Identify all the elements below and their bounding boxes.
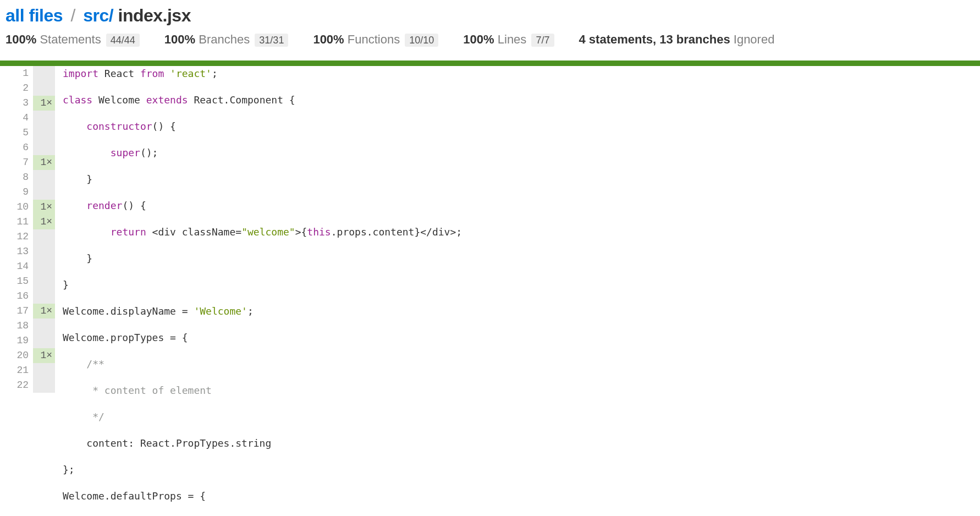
metric-functions: 100% Functions 10/10 [313,31,438,48]
line-hit-count [33,66,55,81]
line-hit-count: 1× [33,200,55,215]
line-number: 9 [5,185,29,200]
metric-pct: 100% [5,32,36,46]
metric-label: Statements [40,32,101,46]
metric-branches: 100% Branches 31/31 [164,31,289,48]
line-hit-count [33,185,55,200]
code-line: } [63,277,462,292]
line-hit-count [33,289,55,304]
line-coverage-col: 1× 1× 1×1× 1× 1× [33,66,55,516]
metric-label: Ignored [734,32,775,46]
line-number: 22 [5,378,29,393]
metric-statements: 100% Statements 44/44 [5,31,140,48]
line-number: 7 [5,155,29,170]
line-number: 17 [5,304,29,319]
line-hit-count: 1× [33,215,55,229]
line-number: 10 [5,200,29,215]
breadcrumb-dir-link[interactable]: src/ [83,6,113,25]
metric-label: Branches [199,32,250,46]
line-number: 15 [5,274,29,289]
code-line: super(); [63,145,462,160]
code-line: return <div className="welcome">{this.pr… [63,224,462,239]
code-line: } [63,251,462,266]
line-number: 4 [5,111,29,125]
line-number: 19 [5,333,29,348]
line-number: 18 [5,319,29,333]
metric-pct: 100% [463,32,494,46]
code-line: render() { [63,198,462,213]
code-line: */ [63,409,462,424]
line-hit-count [33,333,55,348]
line-number: 21 [5,363,29,378]
metric-fraction: 7/7 [531,34,554,47]
metric-pct: 100% [313,32,344,46]
line-number: 2 [5,81,29,96]
line-number: 6 [5,140,29,155]
metric-lines: 100% Lines 7/7 [463,31,554,48]
line-hit-count: 1× [33,155,55,170]
metric-fraction: 10/10 [405,34,438,47]
code-line: class Welcome extends React.Component { [63,92,462,107]
line-number: 16 [5,289,29,304]
code-line: content: React.PropTypes.string [63,436,462,451]
line-number: 5 [5,125,29,140]
metric-fraction: 44/44 [106,34,140,47]
code-line: }; [63,462,462,477]
code-line: } [63,172,462,186]
code-coverage-table: 12345678910111213141516171819202122 1× 1… [5,66,462,516]
line-hit-count: 1× [33,348,55,363]
coverage-report: all files / src/ index.jsx 100% Statemen… [0,0,980,516]
source-code-col: import React from 'react'; class Welcome… [55,66,462,516]
breadcrumb-sep: / [67,6,78,25]
line-hit-count [33,319,55,333]
code-line: /** [63,356,462,371]
source-code: import React from 'react'; class Welcome… [55,66,462,516]
metric-ignored: 4 statements, 13 branches Ignored [579,31,775,48]
line-hit-count: 1× [33,96,55,111]
code-line: * content of element [63,383,462,398]
line-hit-count [33,244,55,259]
line-hit-count [33,259,55,274]
line-number: 1 [5,66,29,81]
line-number: 3 [5,96,29,111]
line-number: 13 [5,244,29,259]
line-number: 14 [5,259,29,274]
code-line: import React from 'react'; [63,66,462,81]
code-line: Welcome.propTypes = { [63,330,462,345]
line-hit-count [33,125,55,140]
breadcrumb: all files / src/ index.jsx [5,6,975,26]
line-numbers-col: 12345678910111213141516171819202122 [5,66,33,516]
breadcrumb-root-link[interactable]: all files [5,6,63,25]
status-bar-high [0,61,980,66]
line-hit-count: 1× [33,304,55,319]
code-line: Welcome.defaultProps = { [63,488,462,503]
breadcrumb-file: index.jsx [118,6,191,25]
metric-label: Functions [348,32,400,46]
line-number: 12 [5,229,29,244]
code-line: constructor() { [63,119,462,134]
line-hit-count [33,111,55,125]
line-number: 20 [5,348,29,363]
metrics-bar: 100% Statements 44/44 100% Branches 31/3… [5,31,975,48]
line-hit-count [33,378,55,393]
code-line: Welcome.displayName = 'Welcome'; [63,304,462,319]
metric-pct: 100% [164,32,195,46]
metric-label: Lines [498,32,527,46]
line-number: 8 [5,170,29,185]
line-hit-count [33,81,55,96]
line-hit-count [33,274,55,289]
line-hit-count [33,229,55,244]
line-hit-count [33,170,55,185]
line-number: 11 [5,215,29,229]
metric-fraction: 31/31 [255,34,288,47]
line-hit-count [33,140,55,155]
line-hit-count [33,363,55,378]
metric-strong: 4 statements, 13 branches [579,32,730,46]
